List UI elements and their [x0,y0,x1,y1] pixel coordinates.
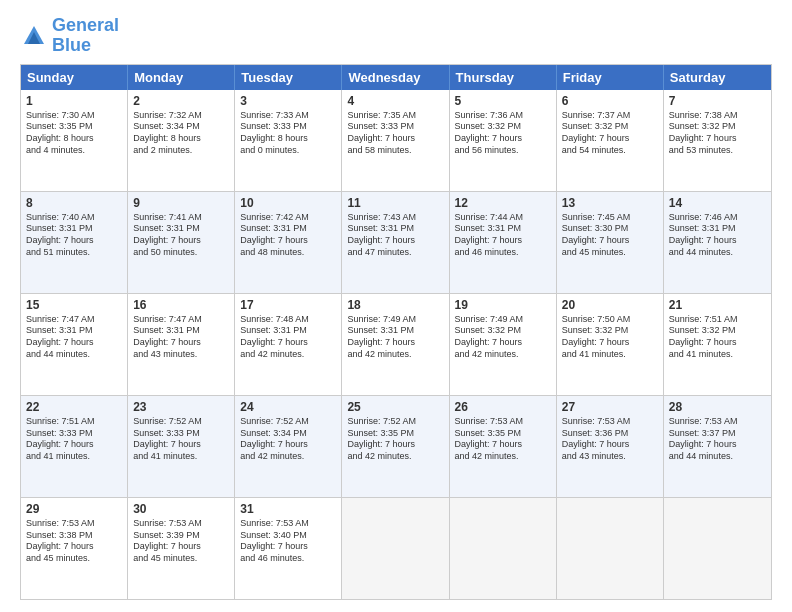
sunset-text: Sunset: 3:31 PM [240,325,336,337]
cal-cell: 11Sunrise: 7:43 AMSunset: 3:31 PMDayligh… [342,192,449,293]
day-number: 10 [240,196,336,210]
cal-cell: 29Sunrise: 7:53 AMSunset: 3:38 PMDayligh… [21,498,128,599]
cal-cell [450,498,557,599]
cal-cell: 17Sunrise: 7:48 AMSunset: 3:31 PMDayligh… [235,294,342,395]
sunrise-text: Sunrise: 7:47 AM [26,314,122,326]
day-number: 5 [455,94,551,108]
daylight-text-cont: and 45 minutes. [26,553,122,565]
sunrise-text: Sunrise: 7:41 AM [133,212,229,224]
sunrise-text: Sunrise: 7:43 AM [347,212,443,224]
day-number: 7 [669,94,766,108]
cal-cell: 7Sunrise: 7:38 AMSunset: 3:32 PMDaylight… [664,90,771,191]
daylight-text-cont: and 42 minutes. [347,349,443,361]
day-number: 19 [455,298,551,312]
daylight-text: Daylight: 7 hours [347,337,443,349]
sunrise-text: Sunrise: 7:53 AM [26,518,122,530]
daylight-text-cont: and 46 minutes. [455,247,551,259]
sunset-text: Sunset: 3:32 PM [669,121,766,133]
cal-cell: 12Sunrise: 7:44 AMSunset: 3:31 PMDayligh… [450,192,557,293]
calendar: SundayMondayTuesdayWednesdayThursdayFrid… [20,64,772,600]
daylight-text: Daylight: 7 hours [455,235,551,247]
daylight-text-cont: and 58 minutes. [347,145,443,157]
cal-cell: 18Sunrise: 7:49 AMSunset: 3:31 PMDayligh… [342,294,449,395]
sunrise-text: Sunrise: 7:50 AM [562,314,658,326]
cal-row-4: 22Sunrise: 7:51 AMSunset: 3:33 PMDayligh… [21,396,771,498]
sunset-text: Sunset: 3:31 PM [26,325,122,337]
daylight-text: Daylight: 7 hours [455,337,551,349]
daylight-text-cont: and 43 minutes. [562,451,658,463]
cal-cell [342,498,449,599]
cal-cell: 16Sunrise: 7:47 AMSunset: 3:31 PMDayligh… [128,294,235,395]
day-number: 11 [347,196,443,210]
daylight-text: Daylight: 7 hours [26,337,122,349]
sunset-text: Sunset: 3:30 PM [562,223,658,235]
cal-cell: 15Sunrise: 7:47 AMSunset: 3:31 PMDayligh… [21,294,128,395]
day-number: 12 [455,196,551,210]
daylight-text: Daylight: 7 hours [347,439,443,451]
day-number: 13 [562,196,658,210]
day-number: 29 [26,502,122,516]
cal-cell: 31Sunrise: 7:53 AMSunset: 3:40 PMDayligh… [235,498,342,599]
day-number: 26 [455,400,551,414]
cal-row-2: 8Sunrise: 7:40 AMSunset: 3:31 PMDaylight… [21,192,771,294]
calendar-header: SundayMondayTuesdayWednesdayThursdayFrid… [21,65,771,90]
logo: General Blue [20,16,119,56]
sunset-text: Sunset: 3:34 PM [240,428,336,440]
cal-cell: 2Sunrise: 7:32 AMSunset: 3:34 PMDaylight… [128,90,235,191]
cal-cell [664,498,771,599]
sunset-text: Sunset: 3:35 PM [455,428,551,440]
daylight-text-cont: and 50 minutes. [133,247,229,259]
sunset-text: Sunset: 3:40 PM [240,530,336,542]
daylight-text: Daylight: 8 hours [240,133,336,145]
sunrise-text: Sunrise: 7:49 AM [455,314,551,326]
cal-header-friday: Friday [557,65,664,90]
daylight-text: Daylight: 7 hours [669,337,766,349]
daylight-text: Daylight: 7 hours [26,439,122,451]
calendar-body: 1Sunrise: 7:30 AMSunset: 3:35 PMDaylight… [21,90,771,599]
day-number: 18 [347,298,443,312]
daylight-text: Daylight: 7 hours [669,439,766,451]
day-number: 23 [133,400,229,414]
daylight-text-cont: and 47 minutes. [347,247,443,259]
cal-header-tuesday: Tuesday [235,65,342,90]
sunrise-text: Sunrise: 7:36 AM [455,110,551,122]
daylight-text-cont: and 41 minutes. [562,349,658,361]
sunset-text: Sunset: 3:35 PM [26,121,122,133]
cal-cell: 23Sunrise: 7:52 AMSunset: 3:33 PMDayligh… [128,396,235,497]
sunrise-text: Sunrise: 7:53 AM [669,416,766,428]
day-number: 24 [240,400,336,414]
page: General Blue SundayMondayTuesdayWednesda… [0,0,792,612]
day-number: 1 [26,94,122,108]
cal-cell: 1Sunrise: 7:30 AMSunset: 3:35 PMDaylight… [21,90,128,191]
sunrise-text: Sunrise: 7:30 AM [26,110,122,122]
daylight-text-cont: and 53 minutes. [669,145,766,157]
daylight-text: Daylight: 7 hours [562,337,658,349]
daylight-text-cont: and 42 minutes. [240,349,336,361]
daylight-text-cont: and 43 minutes. [133,349,229,361]
daylight-text-cont: and 41 minutes. [669,349,766,361]
sunrise-text: Sunrise: 7:53 AM [133,518,229,530]
daylight-text-cont: and 42 minutes. [347,451,443,463]
daylight-text: Daylight: 7 hours [240,541,336,553]
cal-cell: 21Sunrise: 7:51 AMSunset: 3:32 PMDayligh… [664,294,771,395]
sunrise-text: Sunrise: 7:52 AM [133,416,229,428]
cal-cell: 24Sunrise: 7:52 AMSunset: 3:34 PMDayligh… [235,396,342,497]
sunset-text: Sunset: 3:39 PM [133,530,229,542]
sunrise-text: Sunrise: 7:47 AM [133,314,229,326]
sunrise-text: Sunrise: 7:42 AM [240,212,336,224]
daylight-text-cont: and 41 minutes. [133,451,229,463]
cal-cell: 3Sunrise: 7:33 AMSunset: 3:33 PMDaylight… [235,90,342,191]
sunset-text: Sunset: 3:31 PM [669,223,766,235]
day-number: 17 [240,298,336,312]
daylight-text-cont: and 42 minutes. [240,451,336,463]
sunrise-text: Sunrise: 7:52 AM [347,416,443,428]
sunrise-text: Sunrise: 7:53 AM [562,416,658,428]
cal-header-thursday: Thursday [450,65,557,90]
day-number: 4 [347,94,443,108]
daylight-text: Daylight: 7 hours [26,541,122,553]
sunrise-text: Sunrise: 7:52 AM [240,416,336,428]
header: General Blue [20,16,772,56]
daylight-text-cont: and 44 minutes. [669,247,766,259]
sunset-text: Sunset: 3:32 PM [455,325,551,337]
logo-icon [20,22,48,50]
